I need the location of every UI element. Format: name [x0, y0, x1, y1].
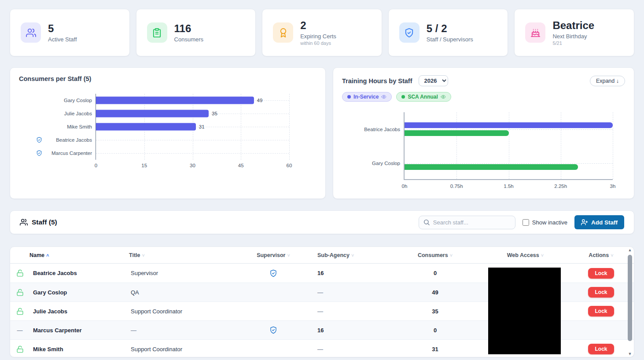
column-header-web-access[interactable]: Web Access˅ — [482, 252, 568, 258]
unlock-icon[interactable] — [16, 308, 24, 315]
eye-icon[interactable] — [381, 94, 386, 99]
consumers-per-staff-card: Consumers per Staff (5) 015304560Gary Co… — [10, 67, 326, 199]
name-cell: Marcus Carpenter — [29, 327, 129, 334]
category-label: Gary Coslop — [64, 98, 92, 103]
name-cell: Gary Coslop — [29, 289, 129, 296]
staff-search — [419, 216, 515, 229]
charts-row: Consumers per Staff (5) 015304560Gary Co… — [10, 67, 634, 199]
consumers-cell: 0 — [388, 270, 482, 276]
show-inactive-toggle[interactable]: Show inactive — [523, 219, 567, 226]
actions-cell: Lock — [568, 287, 634, 298]
sub-agency-cell: — — [300, 346, 388, 353]
chart-group-beatrice-jacobs: Beatrice Jacobs — [405, 112, 613, 146]
x-tick-label: 30 — [190, 163, 195, 168]
actions-cell: Lock — [568, 306, 634, 316]
eye-icon[interactable] — [441, 94, 446, 99]
bar — [96, 97, 254, 104]
chart-row-gary-coslop: Gary Coslop49 — [96, 94, 289, 107]
lock-status-cell[interactable] — [10, 289, 29, 296]
lock-status-cell: — — [10, 327, 29, 334]
title-cell: Support Coordinator — [129, 308, 247, 315]
lock-button[interactable]: Lock — [588, 306, 614, 316]
scroll-up-arrow[interactable]: ▲ — [627, 248, 633, 252]
sort-caret: ˅ — [142, 253, 144, 258]
staff-section-actions: Show inactive Add Staff — [419, 215, 624, 229]
category-label: Marcus Carpenter — [52, 151, 92, 156]
show-inactive-label: Show inactive — [532, 219, 567, 226]
category-label: Julie Jacobs — [64, 111, 92, 116]
column-label: Name — [29, 252, 44, 258]
expand-button[interactable]: Expand ↓ — [590, 76, 625, 86]
column-label: Supervisor — [257, 252, 285, 258]
legend-pill-in-service[interactable]: In-Service — [342, 92, 392, 102]
table-scrollbar[interactable]: ▲ ▼ — [627, 248, 633, 356]
unlock-icon[interactable] — [16, 345, 24, 353]
column-header-supervisor[interactable]: Supervisor˅ — [247, 252, 300, 258]
column-header-consumers[interactable]: Consumers˅ — [388, 252, 482, 258]
search-icon — [423, 219, 430, 228]
column-label: Actions — [589, 252, 609, 258]
column-label: Title — [129, 252, 140, 258]
title-cell: — — [129, 327, 247, 334]
title-cell: Support Coordinator — [129, 346, 247, 353]
lock-button[interactable]: Lock — [588, 268, 614, 279]
lock-button[interactable]: Lock — [588, 287, 614, 298]
supervisor-cell — [247, 269, 300, 277]
search-input[interactable] — [419, 216, 515, 229]
x-tick-label: 2.25h — [554, 184, 567, 189]
column-header-name[interactable]: Name˄ — [29, 252, 129, 258]
scroll-down-arrow[interactable]: ▼ — [627, 352, 633, 356]
bar-value: 35 — [212, 111, 217, 116]
cake-icon — [525, 22, 545, 43]
column-label: Sub-Agency — [317, 252, 350, 258]
stat-card-consumers: 116Consumers — [136, 9, 256, 56]
legend-dot — [347, 95, 351, 99]
x-tick-label: 3h — [610, 184, 616, 189]
web-access-redaction-box — [488, 268, 561, 354]
stat-card-next-birthday: BeatriceNext Birthday5/21 — [514, 9, 634, 56]
lock-status-cell[interactable] — [10, 345, 29, 353]
stat-value: 5 — [48, 22, 77, 35]
stat-label: Active Staff — [48, 36, 77, 43]
consumers-cell: 49 — [388, 289, 482, 296]
legend-pill-sca-annual[interactable]: SCA Annual — [396, 92, 451, 102]
gridline — [289, 94, 290, 160]
lock-status-cell[interactable] — [10, 269, 29, 277]
category-label: Gary Coslop — [372, 161, 400, 166]
no-lock-dash: — — [17, 327, 23, 334]
column-header-sub-agency[interactable]: Sub-Agency˅ — [300, 252, 388, 258]
add-staff-button[interactable]: Add Staff — [574, 215, 624, 229]
sort-caret: ˅ — [450, 253, 453, 258]
scrollbar-thumb[interactable] — [628, 255, 632, 341]
clipboard-icon — [147, 22, 167, 43]
consumers-per-staff-chart: 015304560Gary Coslop49Julie Jacobs35Mike… — [96, 94, 289, 160]
staff-section-header: Staff (5) Show inactive Add Staff — [10, 210, 634, 234]
staff-section-title: Staff (5) — [20, 218, 57, 226]
name-cell: Julie Jacobs — [29, 308, 129, 315]
lock-button[interactable]: Lock — [588, 344, 614, 354]
supervisor-shield-icon — [36, 137, 42, 143]
category-label: Beatrice Jacobs — [56, 137, 92, 143]
x-tick-label: 60 — [287, 163, 292, 168]
staff-title-label: Staff (5) — [32, 218, 57, 226]
bar-value: 49 — [257, 98, 263, 103]
supervisor-shield-icon — [36, 150, 42, 156]
column-header-title[interactable]: Title˅ — [129, 252, 247, 258]
legend-label: In-Service — [353, 94, 379, 100]
dashboard-page: 5Active Staff116Consumers2Expiring Certs… — [0, 0, 644, 357]
stat-label: Staff / Supervisors — [427, 36, 473, 43]
training-chart-header: Training Hours by Staff 2026 Expand ↓ — [342, 75, 625, 86]
chart-row-julie-jacobs: Julie Jacobs35 — [96, 107, 289, 120]
name-cell: Beatrice Jacobs — [29, 270, 129, 276]
chart-row-beatrice-jacobs: Beatrice Jacobs — [96, 133, 289, 147]
stat-label: Expiring Certs — [300, 33, 336, 40]
unlock-icon[interactable] — [16, 269, 24, 277]
training-hours-card: Training Hours by Staff 2026 Expand ↓ In… — [333, 67, 634, 199]
year-select[interactable]: 2026 — [419, 75, 448, 86]
show-inactive-checkbox[interactable] — [523, 219, 529, 226]
sub-agency-cell: 16 — [300, 270, 388, 276]
unlock-icon[interactable] — [16, 289, 24, 296]
sub-agency-cell: 16 — [300, 327, 388, 334]
column-header-actions[interactable]: Actions˅ — [568, 252, 634, 258]
lock-status-cell[interactable] — [10, 308, 29, 315]
